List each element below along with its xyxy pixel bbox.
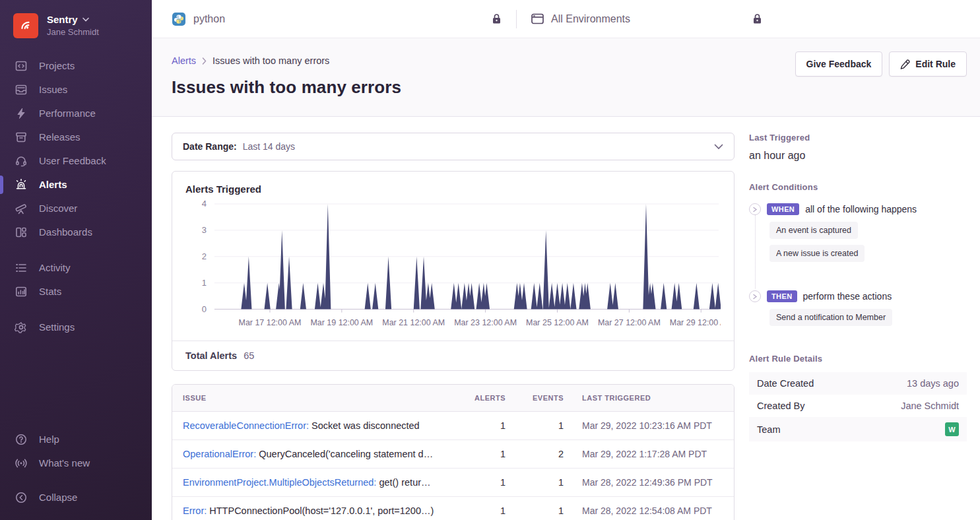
archive-icon	[15, 131, 28, 144]
total-alerts-label: Total Alerts	[185, 350, 237, 361]
date-range-value: Last 14 days	[243, 141, 295, 152]
sidebar-item-help[interactable]: Help	[0, 428, 152, 451]
column-header-last-triggered: LAST TRIGGERED	[564, 394, 723, 402]
detail-label: Team	[757, 424, 780, 435]
project-selector[interactable]: python	[172, 12, 502, 26]
sidebar-item-whats-new[interactable]: What's new	[0, 451, 152, 475]
gear-icon	[15, 321, 28, 334]
events-count: 1	[506, 420, 564, 431]
environment-name[interactable]: All Environments	[551, 13, 630, 25]
sidebar-item-label: Discover	[39, 202, 77, 215]
page-header: Alerts Issues with too many errors Give …	[152, 38, 980, 117]
projects-icon	[15, 59, 28, 73]
page-title: Issues with too many errors	[172, 77, 967, 98]
sidebar-item-settings[interactable]: Settings	[0, 315, 152, 339]
last-triggered-cell: Mar 28, 2022 12:49:36 PM PDT	[564, 477, 723, 488]
environment-window-icon	[531, 13, 544, 24]
svg-text:Mar 19 12:00 AM: Mar 19 12:00 AM	[310, 318, 373, 327]
events-count: 1	[506, 505, 564, 516]
issue-description: QueryCanceled('canceling statement d…	[256, 449, 433, 459]
alerts-count: 1	[451, 505, 506, 516]
topbar-divider	[516, 10, 517, 28]
sidebar-item-dashboards[interactable]: Dashboards	[0, 220, 152, 244]
column-header-alerts: ALERTS	[451, 394, 506, 402]
chevron-right-icon	[202, 57, 207, 65]
then-badge: THEN	[767, 290, 797, 302]
svg-text:Mar 27 12:00 AM: Mar 27 12:00 AM	[598, 318, 661, 327]
sidebar-item-label: Issues	[39, 83, 67, 96]
team-badge[interactable]: W	[945, 422, 959, 436]
issue-link[interactable]: RecoverableConnectionError:	[183, 420, 309, 431]
alert-rule-details-heading: Alert Rule Details	[749, 354, 967, 364]
sidebar-item-activity[interactable]: Activity	[0, 256, 152, 280]
edit-rule-label: Edit Rule	[915, 59, 956, 69]
headset-icon	[15, 154, 28, 168]
issue-link[interactable]: Error:	[183, 505, 207, 516]
sidebar-item-issues[interactable]: Issues	[0, 78, 152, 102]
when-badge: WHEN	[767, 203, 799, 215]
sidebar-item-user-feedback[interactable]: User Feedback	[0, 149, 152, 173]
detail-label: Created By	[757, 401, 805, 411]
sidebar-item-label: Collapse	[39, 491, 77, 504]
svg-text:3: 3	[202, 225, 207, 235]
last-triggered-heading: Last Triggered	[749, 133, 967, 143]
sidebar-item-alerts[interactable]: Alerts	[0, 173, 152, 197]
siren-icon	[15, 178, 28, 191]
chevron-circle-icon	[749, 290, 761, 302]
svg-text:Mar 25 12:00 AM: Mar 25 12:00 AM	[526, 318, 589, 327]
sidebar-item-releases[interactable]: Releases	[0, 125, 152, 149]
total-alerts-value: 65	[244, 350, 254, 361]
telescope-icon	[15, 202, 28, 215]
svg-text:Mar 21 12:00 AM: Mar 21 12:00 AM	[382, 318, 445, 327]
detail-row-date-created: Date Created13 days ago	[749, 372, 967, 395]
chart-title: Alerts Triggered	[185, 183, 721, 195]
sidebar-item-performance[interactable]: Performance	[0, 102, 152, 125]
project-name[interactable]: python	[193, 13, 225, 25]
chevron-down-icon	[714, 144, 723, 150]
breadcrumb-current: Issues with too many errors	[212, 55, 329, 66]
sidebar-item-projects[interactable]: Projects	[0, 54, 152, 78]
svg-text:Mar 17 12:00 AM: Mar 17 12:00 AM	[239, 318, 302, 327]
date-range-label: Date Range:	[183, 141, 237, 152]
column-header-issue: ISSUE	[183, 394, 451, 402]
sentry-logo-icon	[13, 13, 38, 38]
svg-text:1: 1	[202, 278, 207, 288]
detail-label: Date Created	[757, 378, 814, 389]
issue-link[interactable]: EnvironmentProject.MultipleObjectsReturn…	[183, 477, 376, 488]
alert-conditions-heading: Alert Conditions	[749, 182, 967, 192]
collapse-icon	[15, 491, 28, 504]
sidebar-item-stats[interactable]: Stats	[0, 280, 152, 304]
bar-chart-icon	[15, 285, 28, 298]
when-text: all of the following happens	[805, 204, 917, 214]
alerts-count: 1	[451, 449, 506, 459]
edit-rule-button[interactable]: Edit Rule	[889, 51, 967, 77]
breadcrumb-alerts-link[interactable]: Alerts	[172, 55, 196, 66]
table-row: EnvironmentProject.MultipleObjectsReturn…	[172, 469, 734, 497]
chevron-down-icon	[82, 17, 89, 22]
table-row: Error: HTTPConnectionPool(host='127.0.0.…	[172, 497, 734, 520]
issue-cell: Error: HTTPConnectionPool(host='127.0.0.…	[183, 505, 451, 516]
give-feedback-label: Give Feedback	[806, 59, 872, 69]
alerts-triggered-chart: 01234Mar 17 12:00 AMMar 19 12:00 AMMar 2…	[185, 200, 721, 338]
org-switcher[interactable]: Sentry Jane Schmidt	[0, 9, 152, 54]
environment-selector[interactable]: All Environments	[531, 13, 762, 25]
project-lock-icon[interactable]	[492, 13, 502, 24]
environment-lock-icon[interactable]	[752, 13, 762, 24]
condition-chip: Send a notification to Member	[769, 309, 892, 326]
top-bar: python All Environments	[152, 0, 980, 38]
svg-text:2: 2	[202, 251, 207, 261]
pencil-icon	[900, 59, 910, 69]
sidebar-item-collapse[interactable]: Collapse	[0, 486, 152, 509]
python-project-icon	[172, 12, 186, 26]
sidebar-item-label: Alerts	[39, 178, 67, 191]
sidebar-item-discover[interactable]: Discover	[0, 197, 152, 220]
issue-cell: RecoverableConnectionError: Socket was d…	[183, 420, 451, 431]
table-row: OperationalError: QueryCanceled('canceli…	[172, 440, 734, 469]
org-name: Sentry	[47, 14, 78, 26]
give-feedback-button[interactable]: Give Feedback	[795, 51, 883, 77]
date-range-select[interactable]: Date Range: Last 14 days	[172, 133, 735, 160]
broadcast-icon	[15, 457, 28, 470]
table-row: RecoverableConnectionError: Socket was d…	[172, 412, 734, 440]
issue-link[interactable]: OperationalError:	[183, 449, 256, 459]
last-triggered-value: an hour ago	[749, 150, 967, 162]
